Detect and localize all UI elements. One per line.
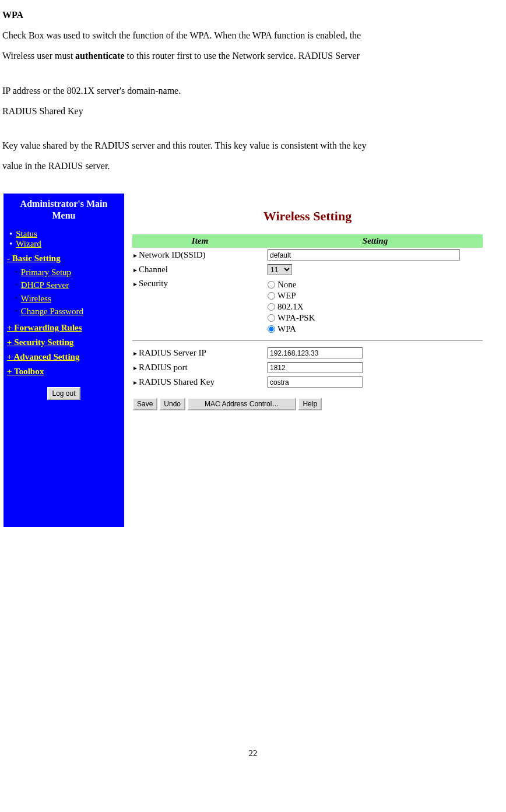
row-radius-key: RADIUS Shared Key [132, 375, 483, 389]
forwarding-rules-link[interactable]: + Forwarding Rules [7, 323, 121, 333]
paragraph-line: Check Box was used to switch the functio… [2, 25, 504, 45]
wpa-heading: WPA [2, 5, 504, 25]
radio-label: WPA-PSK [277, 313, 315, 323]
page-title: Wireless Setting [132, 209, 483, 224]
radio-wep[interactable] [268, 292, 275, 300]
undo-button[interactable]: Undo [159, 398, 185, 410]
dhcp-server-link[interactable]: DHCP Server [21, 280, 69, 290]
row-radius-ip: RADIUS Server IP [132, 346, 483, 360]
radius-port-input[interactable] [268, 362, 363, 373]
paragraph-line: value in the RADIUS server. [2, 156, 504, 176]
radio-label: WPA [277, 324, 296, 334]
radio-label: None [277, 280, 297, 290]
wizard-link[interactable]: Wizard [16, 239, 41, 248]
sidebar-item-status[interactable]: Status [9, 229, 121, 239]
logout-button[interactable]: Log out [47, 387, 80, 400]
document-body: WPA Check Box was used to switch the fun… [2, 5, 504, 176]
ssid-input[interactable] [268, 249, 460, 261]
radio-label: WEP [277, 291, 296, 301]
status-link[interactable]: Status [16, 229, 37, 238]
change-password-link[interactable]: Change Password [21, 307, 83, 316]
security-option-none[interactable]: None [268, 280, 483, 290]
wireless-link[interactable]: Wireless [21, 294, 51, 303]
paragraph-line: IP address or the 802.1X server's domain… [2, 80, 504, 101]
text-fragment: to this router first to use the Network … [125, 51, 360, 61]
toolbox-link[interactable]: + Toolbox [7, 367, 121, 377]
sidebar-title: Administrator's Main Menu [7, 198, 121, 220]
paragraph-line: Wireless user must authenticate to this … [2, 45, 504, 66]
admin-sidebar: Administrator's Main Menu Status Wizard … [3, 194, 124, 527]
channel-select[interactable]: 11 [268, 264, 292, 275]
sidebar-item-wizard[interactable]: Wizard [9, 239, 121, 249]
sidebar-item-dhcp-server[interactable]: DHCP Server [15, 279, 121, 292]
basic-setting-link[interactable]: - Basic Setting [7, 254, 121, 263]
radio-wpa[interactable] [268, 325, 275, 333]
separator [132, 340, 483, 341]
main-panel: Wireless Setting Item Setting Network ID… [124, 194, 491, 527]
save-button[interactable]: Save [132, 398, 157, 410]
sidebar-item-primary-setup[interactable]: Primary Setup [15, 266, 121, 279]
advanced-setting-link[interactable]: + Advanced Setting [7, 352, 121, 362]
text-fragment: Wireless user must [2, 51, 75, 61]
radius-key-label: RADIUS Shared Key [132, 377, 268, 387]
radio-8021x[interactable] [268, 303, 275, 311]
paragraph-line: Key value shared by the RADIUS server an… [2, 135, 504, 156]
row-ssid: Network ID(SSID) [132, 248, 483, 262]
sidebar-top-list: Status Wizard [7, 229, 121, 249]
radio-label: 802.1X [277, 302, 304, 312]
ssid-label: Network ID(SSID) [132, 250, 268, 260]
security-option-8021x[interactable]: 802.1X [268, 302, 483, 312]
security-option-wpa[interactable]: WPA [268, 324, 483, 334]
security-option-wep[interactable]: WEP [268, 291, 483, 301]
radius-ip-label: RADIUS Server IP [132, 348, 268, 358]
radio-wpapsk[interactable] [268, 314, 275, 322]
channel-label: Channel [132, 265, 268, 275]
basic-sub-list: Primary Setup DHCP Server Wireless Chang… [7, 266, 121, 318]
security-setting-link[interactable]: + Security Setting [7, 338, 121, 347]
row-channel: Channel 11 [132, 262, 483, 277]
text-bold: authenticate [75, 51, 124, 61]
sidebar-title-line1: Administrator's Main [20, 199, 108, 209]
row-radius-port: RADIUS port [132, 360, 483, 375]
radius-key-input[interactable] [268, 377, 363, 388]
header-item: Item [132, 234, 268, 248]
security-option-wpapsk[interactable]: WPA-PSK [268, 313, 483, 323]
sidebar-title-line2: Menu [52, 210, 76, 220]
security-radio-group: None WEP 802.1X WPA-PSK WPA [268, 279, 483, 334]
row-security: Security None WEP 802.1X WPA-PSK WPA [132, 277, 483, 336]
page-number: 22 [2, 748, 504, 758]
router-screenshot: Administrator's Main Menu Status Wizard … [3, 194, 491, 527]
sidebar-item-change-password[interactable]: Change Password [15, 305, 121, 318]
paragraph-line: RADIUS Shared Key [2, 101, 504, 121]
radio-none[interactable] [268, 281, 275, 289]
mac-address-control-button[interactable]: MAC Address Control… [187, 398, 296, 410]
primary-setup-link[interactable]: Primary Setup [21, 268, 71, 277]
help-button[interactable]: Help [298, 398, 322, 410]
header-setting: Setting [268, 234, 483, 248]
radius-port-label: RADIUS port [132, 363, 268, 372]
security-label: Security [132, 279, 268, 289]
sidebar-item-wireless[interactable]: Wireless [15, 292, 121, 305]
radius-ip-input[interactable] [268, 347, 363, 358]
button-row: Save Undo MAC Address Control… Help [132, 398, 483, 410]
table-header: Item Setting [132, 234, 483, 248]
